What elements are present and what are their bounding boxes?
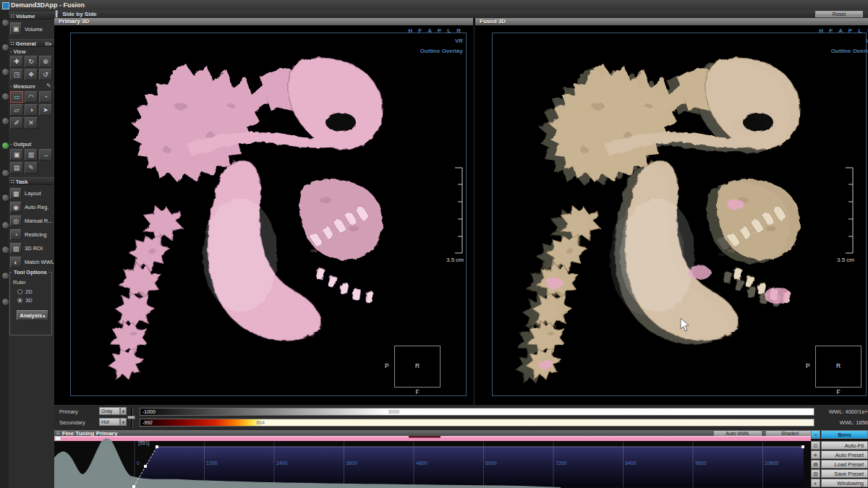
svg-text:8400: 8400 — [625, 461, 637, 466]
volume-button[interactable]: ▣ Volume — [10, 22, 53, 37]
ramp-handle[interactable] — [144, 465, 147, 468]
secondary-colormap-select[interactable]: Hot — [99, 418, 120, 426]
auto-preset-icon[interactable]: ✳ — [811, 450, 820, 459]
primary-3d-title[interactable]: Primary 3D — [54, 18, 473, 25]
range-bar-handle[interactable] — [55, 437, 61, 441]
secondary-colormap-bar[interactable]: -992 864 — [140, 419, 814, 427]
task-item-manual-reg[interactable]: ◎Manual R... — [10, 215, 53, 228]
layout-label: Side by Side — [62, 11, 97, 17]
ramp-handle[interactable] — [801, 445, 804, 448]
preset-menu-icon[interactable]: = — [811, 430, 820, 439]
secondary-wwl-readout: WWL: 1856 — [840, 419, 868, 426]
measure-edit-icon[interactable]: ✎ — [46, 82, 51, 89]
view-subheader: · View — [10, 48, 26, 55]
layout-header-bar: ▍Side by Side — [54, 10, 868, 18]
primary-3d-viewport[interactable]: H F A P L R VR Outline Overlay 3.5 cm R … — [54, 25, 473, 405]
tool-options-header: Tool Options — [12, 269, 48, 275]
measure-subheader: · Measure — [10, 83, 35, 90]
measure-ruler-tool[interactable]: ▭ — [10, 91, 23, 103]
svg-text:3600: 3600 — [346, 461, 357, 466]
load-preset-icon[interactable]: ▤ — [811, 460, 820, 468]
output-copy-tool[interactable]: ▥ — [25, 149, 38, 160]
measure-delete-tool[interactable]: ✕ — [25, 117, 38, 129]
save-preset-icon[interactable]: ▥ — [811, 469, 820, 478]
fused-3d-title[interactable]: Fused 3D — [475, 18, 868, 25]
task-item-layout[interactable]: ▦Layout — [10, 188, 53, 200]
fused-3d-rendering[interactable] — [482, 34, 868, 395]
measure-annotate-tool[interactable]: ✐ — [10, 117, 23, 129]
primary-colormap-dropdown-icon[interactable]: ▾ — [120, 407, 127, 415]
auto-fit-button[interactable]: Auto-Fit — [821, 441, 868, 450]
overlay-mode-label: Outline Overlay — [831, 48, 868, 54]
view-rotate-tool[interactable]: ↻ — [25, 56, 38, 67]
scale-ruler — [454, 166, 465, 254]
roi-icon: ▧ — [10, 243, 22, 254]
layout-icon: ▦ — [10, 188, 22, 199]
view-pan-tool[interactable]: ❖ — [25, 69, 38, 80]
svg-text:7200: 7200 — [556, 461, 567, 466]
primary-colormap-bar[interactable]: -1000 3000 — [140, 408, 814, 416]
primary-3d-rendering[interactable] — [65, 34, 470, 395]
task-item-3d-roi[interactable]: ▧3D ROI — [10, 243, 53, 255]
windowing-button[interactable]: Windowing — [821, 479, 868, 487]
output-export-tool[interactable]: → — [39, 149, 52, 160]
overlay-mode-label: Outline Overlay — [420, 48, 463, 54]
window-region[interactable] — [134, 447, 804, 487]
analysis-expand-icon: ▸ — [42, 314, 46, 318]
measure-arrow-tool[interactable]: ➤ — [39, 104, 52, 116]
task-item-auto-reg[interactable]: ◉Auto Reg. — [10, 202, 53, 214]
measure-angle-tool[interactable]: ◔ — [39, 91, 52, 103]
transfer-function-panel: Primary Gray ▾ -1000 3000 Secondary Hot … — [54, 405, 868, 430]
secondary-colormap-dropdown-icon[interactable]: ▾ — [120, 418, 127, 426]
view-zoom-tool[interactable]: ⊕ — [39, 56, 52, 67]
view-orbit-tool[interactable]: ◳ — [10, 69, 23, 80]
orientation-cube[interactable]: R P F — [394, 346, 441, 388]
svg-text:10800: 10800 — [765, 461, 779, 466]
reslicing-icon: ◔ — [10, 229, 22, 240]
output-capture-tool[interactable]: ▣ — [10, 149, 23, 160]
save-preset-button[interactable]: Save Preset — [821, 469, 868, 478]
active-preset-button[interactable]: Bone — [821, 430, 868, 439]
measure-area-tool[interactable]: ▱ — [10, 104, 23, 116]
section-expand-icon[interactable]: ⊞▸ — [45, 40, 52, 48]
analysis-button[interactable]: Analysis ▸ — [17, 310, 48, 320]
windowing-histogram[interactable]: [551] 0 1200 2400 3600 4800 6000 7200 84… — [54, 436, 811, 488]
orientation-cube[interactable]: R P F — [815, 346, 861, 388]
svg-text:2400: 2400 — [276, 461, 288, 466]
output-report-tool[interactable]: ✎ — [25, 162, 38, 174]
sidebar: ∷ Volume ▣ Volume ∷ General ⊞▸ · View ✚ … — [9, 10, 55, 488]
svg-text:0: 0 — [137, 461, 140, 466]
opacity-blend-slider[interactable] — [127, 408, 135, 427]
ramp-handle[interactable] — [156, 445, 158, 448]
ruler-scale-label: 3.5 cm — [446, 257, 464, 263]
view-reset-tool[interactable]: ↺ — [39, 69, 52, 80]
measure-curve-tool[interactable]: ◠ — [25, 91, 38, 103]
ramp-handle[interactable] — [132, 485, 135, 488]
mouse-cursor — [680, 317, 690, 332]
svg-text:6000: 6000 — [485, 461, 497, 466]
fused-3d-viewport[interactable]: H F A P L R VR Outline Overlay 3.5 cm R … — [475, 25, 868, 405]
load-preset-button[interactable]: Load Preset — [821, 460, 868, 468]
task-section-header[interactable]: ∷ Task — [9, 177, 54, 185]
volume-section-header[interactable]: ∷ Volume — [9, 12, 54, 20]
task-item-reslicing[interactable]: ◔Reslicing — [10, 229, 53, 241]
general-section-header[interactable]: ∷ General ⊞▸ — [9, 39, 54, 47]
auto-fit-icon[interactable]: ⊡ — [811, 441, 820, 450]
auto-preset-button[interactable]: Auto Preset — [821, 450, 868, 459]
task-item-match-wwl[interactable]: ◐Match WWL — [10, 257, 53, 269]
svg-text:1200: 1200 — [206, 461, 218, 466]
measure-volume-tool[interactable]: ◑ — [25, 104, 38, 116]
title-bar: Demand3DApp - Fusion — [0, 0, 868, 10]
slider-handle[interactable] — [127, 416, 135, 419]
primary-colormap-select[interactable]: Gray — [99, 407, 120, 415]
ruler-2d-radio[interactable] — [17, 289, 22, 294]
svg-text:9600: 9600 — [695, 461, 707, 466]
auto-reg-icon: ◉ — [10, 202, 22, 213]
output-save-tool[interactable]: ▤ — [10, 162, 23, 174]
reset-button[interactable]: Reset — [815, 11, 863, 17]
ruler-3d-radio[interactable] — [17, 298, 22, 303]
view-move-tool[interactable]: ✚ — [10, 56, 23, 67]
windowing-icon[interactable]: ◐ — [811, 479, 820, 487]
app-window: Demand3DApp - Fusion ∷ Volume ▣ Volume ∷… — [0, 0, 868, 488]
app-icon — [2, 2, 9, 9]
